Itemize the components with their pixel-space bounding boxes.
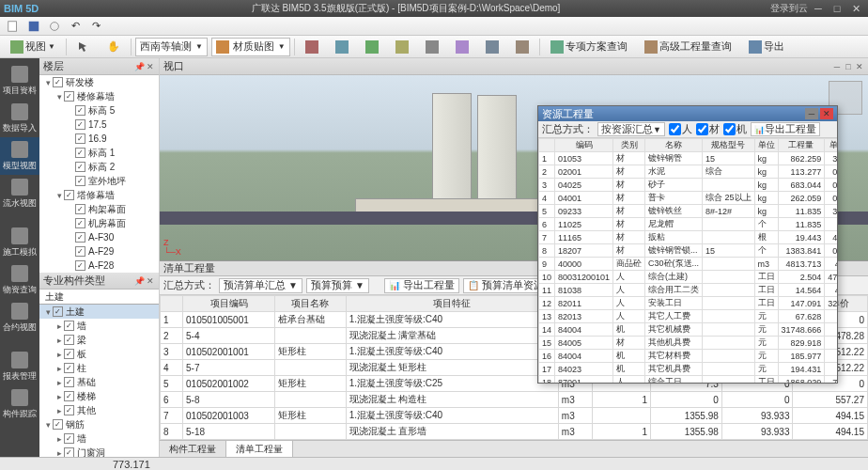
chk-machine[interactable]: 机 (723, 122, 747, 136)
menu-config-icon[interactable] (45, 19, 64, 34)
tree-row[interactable]: ▸基础 (39, 375, 159, 389)
export-button[interactable]: 导出 (742, 38, 791, 56)
table-row[interactable]: 85-18现浇混凝土 直形墙m311355.9893.933494.15 (161, 424, 868, 440)
tree-row[interactable]: ▸门窗洞 (39, 446, 159, 457)
tree-row[interactable]: ▾钢筋 (39, 417, 159, 431)
nav-模型视图[interactable]: 模型视图 (0, 137, 39, 175)
table-row[interactable]: 1484004机其它机械费元31748.666131748.65 (539, 323, 838, 337)
tree-row[interactable]: ▾土建 (39, 305, 159, 319)
table-row[interactable]: 304025材砂子kg683.0440.0427.32 (539, 179, 838, 192)
tool-tag-icon[interactable] (449, 38, 475, 56)
fw-close-icon[interactable]: ✕ (820, 108, 833, 119)
tree-row[interactable]: 构架幕面 (39, 202, 159, 216)
table-row[interactable]: 1382013人其它人工费元67.628167.63 (539, 310, 838, 323)
adv-qty-button[interactable]: 高级工程量查询 (638, 38, 738, 56)
tool-measure-icon[interactable] (299, 38, 325, 56)
table-row[interactable]: 101053材镀锌钢管15kg862.2593.993440.41 (539, 152, 838, 165)
vp-max-icon[interactable]: □ (844, 62, 853, 71)
table-row[interactable]: 1684004机其它材料费元185.9771185.98 (539, 350, 838, 363)
maximize-button[interactable]: □ (829, 2, 845, 15)
tool-section-icon[interactable] (359, 38, 385, 56)
axis-gizmo-icon[interactable]: Z└─X (163, 238, 181, 257)
tab-bill-qty[interactable]: 清单工程量 (226, 441, 293, 457)
table-row[interactable]: 1181038人综合用工二类工日14.5644806990.72 (539, 284, 838, 297)
minimize-button[interactable]: ─ (810, 2, 827, 15)
tree-row[interactable]: A-F28 (39, 258, 159, 273)
table-row[interactable]: 7010502001003矩形柱1.混凝土强度等级:C40m31355.9893… (161, 408, 868, 424)
pan-tool-icon[interactable]: ✋ (101, 38, 127, 56)
fw-min-icon[interactable]: ─ (805, 108, 818, 119)
budget-combo[interactable]: 预算预算▼ (306, 278, 369, 293)
chk-material[interactable]: 材 (696, 122, 720, 136)
table-row[interactable]: 1584005材其他机具费元829.9181829.92 (539, 337, 838, 350)
table-row[interactable]: 9010503002001矩形梁1.混凝土强度等级:C40m310000519.… (161, 440, 868, 441)
query-scheme-button[interactable]: 专项方案查询 (544, 38, 634, 56)
panel-pin-icon[interactable]: 📌 (134, 62, 144, 71)
floor-tree[interactable]: ▾研发楼▾楼修幕墙标高 517.516.9标高 1标高 2室外地坪▾塔修幕墙构架… (39, 75, 159, 273)
tree-row[interactable]: 标高 5 (39, 103, 159, 118)
view-angle-combo[interactable]: 西南等轴测▼ (135, 38, 208, 56)
nav-流水视图[interactable]: 流水视图 (0, 175, 39, 212)
tree-row[interactable]: ▾研发楼 (39, 75, 159, 89)
tree-row[interactable]: ▾塔修幕墙 (39, 188, 159, 202)
tree-row[interactable]: 室外地坪 (39, 174, 159, 188)
resource-window-title[interactable]: 资源工程量 ─ ✕ (538, 106, 837, 121)
menu-undo-icon[interactable]: ↶ (66, 19, 85, 34)
export-qty-button[interactable]: 📊导出工程量 (384, 278, 459, 293)
tree-row[interactable]: 17.5 (39, 118, 159, 132)
table-row[interactable]: 611025材尼龙帽个11.8357.386.39 (539, 218, 838, 231)
tree-row[interactable]: ▸其他 (39, 403, 159, 417)
panel-pin-icon[interactable]: 📌 (134, 276, 144, 286)
table-row[interactable]: 1784023机其它机具费元194.4311194.43 (539, 363, 838, 376)
tree-row[interactable]: 机房幕面 (39, 216, 159, 230)
menu-redo-icon[interactable]: ↷ (86, 19, 105, 34)
tool-clip-icon[interactable] (329, 38, 355, 56)
close-button[interactable]: ✕ (847, 2, 864, 15)
nav-物资查询[interactable]: 物资查询 (0, 261, 39, 299)
table-row[interactable]: 509233材镀锌铁丝8#-12#kg11.8353.8545.56 (539, 205, 838, 218)
tree-row[interactable]: 标高 2 (39, 160, 159, 174)
type-tab[interactable]: 土建 (39, 290, 159, 305)
nav-构件跟踪[interactable]: 构件跟踪 (0, 385, 39, 423)
tree-row[interactable]: ▸板 (39, 347, 159, 361)
nav-施工模拟[interactable]: 施工模拟 (0, 224, 39, 261)
table-row[interactable]: 711165材扳粘根19.4434.6790.8 (539, 231, 838, 244)
res-summary-combo[interactable]: 按资源汇总▼ (597, 122, 665, 136)
menu-save-icon[interactable] (24, 19, 43, 34)
tree-row[interactable]: ▾楼修幕墙 (39, 89, 159, 103)
tree-row[interactable]: 标高 1 (39, 146, 159, 160)
table-row[interactable]: 202001材水泥综合kg113.2770.3741.91 (539, 165, 838, 179)
tool-filter-icon[interactable] (389, 38, 415, 56)
nav-数据导入[interactable]: 数据导入 (0, 100, 39, 137)
resource-grid[interactable]: 编码类别名称规格型号单位工程量单价合价(元)101053材镀锌钢管15kg862… (538, 138, 837, 383)
res-export-button[interactable]: 📊导出工程量 (751, 122, 820, 136)
view-button[interactable]: 视图▼ (4, 38, 62, 56)
tool-settings-icon[interactable] (479, 38, 505, 56)
vp-close-icon[interactable]: ✕ (855, 62, 864, 71)
select-tool-icon[interactable] (70, 38, 97, 56)
tree-row[interactable]: ▸墙 (39, 319, 159, 333)
summary-mode-combo[interactable]: 预清算单汇总▼ (219, 278, 302, 293)
chk-labor[interactable]: 人 (669, 122, 692, 136)
panel-close-icon[interactable]: ✕ (146, 62, 155, 71)
menu-file-icon[interactable] (4, 19, 23, 34)
nav-项目资料[interactable]: 项目资料 (0, 62, 39, 100)
tab-component-qty[interactable]: 构件工程量 (160, 441, 226, 457)
table-row[interactable]: 940000商品砼C30砼(泵送...m34813.7134101981002.… (539, 258, 838, 271)
table-row[interactable]: 1282011人安装工日工日147.09132.534784.88 (539, 297, 838, 310)
table-row[interactable]: 1887001人综合工日工日1868.02974.3138794.48 (539, 376, 838, 384)
tree-row[interactable]: A-F30 (39, 230, 159, 244)
panel-close-icon[interactable]: ✕ (146, 276, 155, 286)
table-row[interactable]: 818207材镀锌钢管锁...15个1383.8410.52719.6 (539, 244, 838, 258)
table-row[interactable]: 65-8现浇混凝土 构造柱m3100557.27 (161, 392, 868, 408)
tree-row[interactable]: ▸墙 (39, 431, 159, 446)
resource-qty-window[interactable]: 资源工程量 ─ ✕ 汇总方式： 按资源汇总▼ 人 材 机 📊导出工程量 编码类别… (537, 105, 838, 384)
table-row[interactable]: 404001材普卡综合 25以上kg262.0590.45117.93 (539, 192, 838, 205)
tree-row[interactable]: A-F29 (39, 244, 159, 258)
tree-row[interactable]: ▸楼梯 (39, 389, 159, 403)
tree-row[interactable]: ▸柱 (39, 361, 159, 375)
vp-min-icon[interactable]: ─ (832, 62, 842, 71)
table-row[interactable]: 1080031200101人综合(土建)工日2.50447.46118.84 (539, 271, 838, 284)
user-label[interactable]: 登录到云 (770, 2, 808, 15)
tool-iso-icon[interactable] (419, 38, 445, 56)
